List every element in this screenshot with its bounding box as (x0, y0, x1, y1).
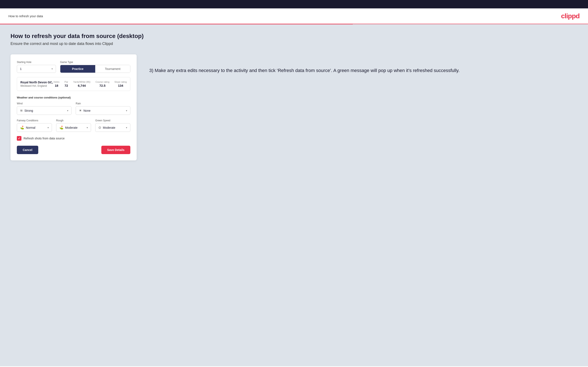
green-speed-icon: ⊙ (98, 125, 101, 130)
header-title: How to refresh your data (9, 14, 43, 18)
game-type-toggle: Practice Tournament (60, 65, 130, 73)
fairway-icon: ⛳ (20, 125, 24, 130)
starting-hole-group: Starting Hole 1 ▾ (17, 61, 56, 73)
rain-value: None (83, 109, 126, 112)
rough-label: Rough (56, 119, 91, 122)
yards-stat: Yards/White (M)) 6,744 (73, 81, 90, 87)
green-speed-label: Green Speed (95, 119, 130, 122)
rough-chevron-icon: ▾ (86, 126, 88, 129)
wind-icon: ≋ (20, 108, 23, 113)
refresh-checkbox-label: Refresh shots from data source (24, 137, 65, 140)
action-row: Cancel Save Details (17, 146, 130, 154)
rough-select[interactable]: ⛳ Moderate ▾ (56, 123, 91, 132)
page-heading: How to refresh your data from source (de… (10, 33, 578, 40)
course-rating-stat: Course rating 72.5 (95, 81, 109, 87)
save-button[interactable]: Save Details (101, 146, 130, 154)
green-speed-select[interactable]: ⊙ Moderate ▾ (95, 123, 130, 132)
rain-icon: ☀ (79, 108, 82, 113)
yards-value: 6,744 (73, 84, 90, 87)
course-name: Royal North Devon GC, (20, 81, 53, 84)
rough-group: Rough ⛳ Moderate ▾ (56, 119, 91, 132)
rough-value: Moderate (65, 126, 87, 129)
main-content: How to refresh your data from source (de… (0, 24, 588, 366)
par-stat: Par 72 (65, 81, 68, 87)
game-type-label: Game Type (60, 61, 130, 64)
top-bar (0, 0, 588, 8)
description-panel: 3) Make any extra edits necessary to the… (149, 54, 578, 74)
wind-select[interactable]: ≋ Strong ▾ (17, 106, 71, 115)
course-stats: Holes 18 Par 72 Yards/White (M)) 6,744 C… (54, 81, 127, 87)
course-location: Westward Ho!, England (20, 84, 53, 87)
par-label: Par (65, 81, 68, 83)
wind-rain-row: Wind ≋ Strong ▾ Rain ☀ None ▾ (17, 102, 130, 115)
rough-icon: ⛳ (59, 125, 63, 130)
course-rating-label: Course rating (95, 81, 109, 83)
weather-section-title: Weather and course conditions (optional) (17, 96, 130, 99)
edit-card: Starting Hole 1 ▾ Game Type Practice Tou… (10, 54, 137, 160)
tournament-button[interactable]: Tournament (95, 65, 130, 73)
rain-group: Rain ☀ None ▾ (76, 102, 130, 115)
fairway-select[interactable]: ⛳ Normal ▾ (17, 123, 52, 132)
checkbox-row[interactable]: ✓ Refresh shots from data source (17, 136, 130, 141)
clippd-logo: clippd (561, 12, 579, 20)
starting-hole-chevron-icon: ▾ (52, 67, 53, 70)
holes-stat: Holes 18 (54, 81, 60, 87)
course-info: Royal North Devon GC, Westward Ho!, Engl… (17, 77, 130, 91)
cancel-button[interactable]: Cancel (17, 146, 38, 154)
course-rating-value: 72.5 (95, 84, 109, 87)
green-speed-chevron-icon: ▾ (126, 126, 127, 129)
rain-select[interactable]: ☀ None ▾ (76, 106, 130, 115)
green-speed-value: Moderate (103, 126, 126, 129)
course-name-block: Royal North Devon GC, Westward Ho!, Engl… (20, 81, 53, 87)
practice-button[interactable]: Practice (60, 65, 95, 73)
slope-rating-stat: Slope rating 134 (114, 81, 127, 87)
wind-group: Wind ≋ Strong ▾ (17, 102, 71, 115)
slope-rating-label: Slope rating (114, 81, 127, 83)
conditions-row: Fairway Conditions ⛳ Normal ▾ Rough ⛳ Mo… (17, 119, 130, 132)
content-row: Starting Hole 1 ▾ Game Type Practice Tou… (10, 54, 578, 160)
wind-chevron-icon: ▾ (67, 109, 68, 112)
starting-hole-label: Starting Hole (17, 61, 56, 64)
holes-value: 18 (54, 84, 60, 87)
footer: Copyright Clippd 2022 (0, 366, 588, 367)
par-value: 72 (65, 84, 68, 87)
green-speed-group: Green Speed ⊙ Moderate ▾ (95, 119, 130, 132)
slope-rating-value: 134 (114, 84, 127, 87)
game-type-group: Game Type Practice Tournament (60, 61, 130, 73)
wind-label: Wind (17, 102, 71, 105)
description-text: 3) Make any extra edits necessary to the… (149, 67, 578, 74)
refresh-checkbox[interactable]: ✓ (17, 136, 21, 141)
form-row-top: Starting Hole 1 ▾ Game Type Practice Tou… (17, 61, 130, 73)
header: How to refresh your data clippd (0, 8, 588, 24)
wind-value: Strong (24, 109, 67, 112)
fairway-value: Normal (26, 126, 48, 129)
rain-chevron-icon: ▾ (126, 109, 127, 112)
starting-hole-select[interactable]: 1 ▾ (17, 65, 56, 73)
page-subheading: Ensure the correct and most up to date d… (10, 42, 578, 46)
fairway-label: Fairway Conditions (17, 119, 52, 122)
holes-label: Holes (54, 81, 60, 83)
rain-label: Rain (76, 102, 130, 105)
yards-label: Yards/White (M)) (73, 81, 90, 83)
fairway-chevron-icon: ▾ (48, 126, 49, 129)
fairway-group: Fairway Conditions ⛳ Normal ▾ (17, 119, 52, 132)
checkmark-icon: ✓ (18, 137, 20, 140)
starting-hole-value: 1 (20, 67, 22, 71)
